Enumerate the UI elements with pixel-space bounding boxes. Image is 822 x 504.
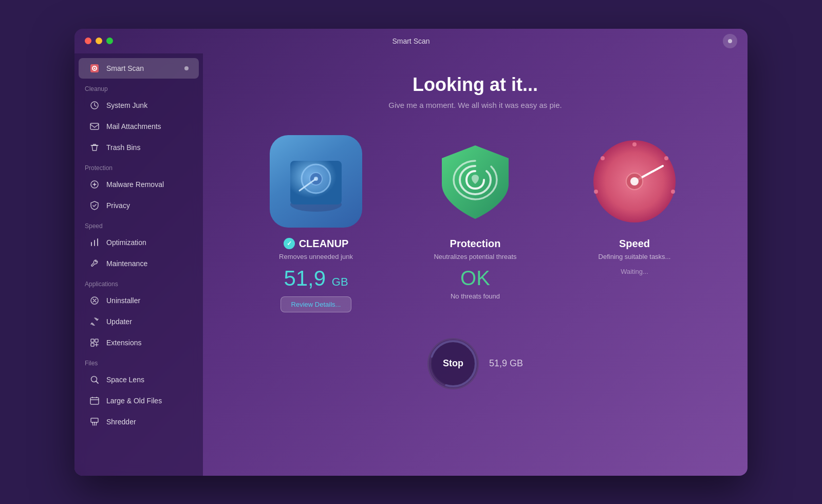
window-title: Smart Scan: [392, 37, 429, 45]
svg-point-32: [630, 177, 639, 185]
smart-scan-icon: [89, 63, 100, 74]
shredder-icon: [89, 416, 100, 427]
malware-removal-icon: [89, 179, 100, 190]
cleanup-section-label: Cleanup: [74, 79, 203, 95]
main-title: Looking at it...: [413, 74, 538, 96]
protection-title: Protection: [450, 238, 501, 250]
close-button[interactable]: [85, 38, 91, 44]
svg-rect-12: [95, 339, 98, 342]
maximize-button[interactable]: [106, 38, 113, 44]
mail-attachments-icon: [89, 121, 100, 132]
protection-ok-value: OK: [460, 268, 490, 288]
cleanup-value: 51,9 GB: [284, 268, 348, 289]
content-area: Smart Scan Cleanup System Junk Mail Atta…: [74, 53, 748, 476]
speed-gauge-icon: [588, 135, 681, 228]
speed-card: Speed Defining suitable tasks... Waiting…: [563, 135, 706, 279]
space-lens-icon: [89, 374, 100, 385]
sidebar-item-maintenance[interactable]: Maintenance: [79, 253, 199, 274]
speed-waiting: Waiting...: [621, 268, 648, 275]
stop-button-label: Stop: [443, 358, 463, 369]
svg-point-25: [632, 142, 637, 146]
sidebar-item-optimization[interactable]: Optimization: [79, 232, 199, 253]
speed-desc: Defining suitable tasks...: [599, 253, 671, 260]
protection-card: Protection Neutralizes potential threats…: [403, 135, 547, 307]
smart-scan-label: Smart Scan: [106, 64, 144, 72]
large-old-files-label: Large & Old Files: [106, 397, 162, 405]
titlebar: Smart Scan: [74, 29, 748, 53]
stop-size-value: 51,9 GB: [489, 358, 523, 369]
svg-point-28: [601, 156, 605, 160]
system-junk-label: System Junk: [106, 101, 147, 109]
cleanup-disk-icon: [280, 145, 352, 217]
maintenance-label: Maintenance: [106, 259, 147, 268]
active-indicator: [184, 66, 189, 70]
cleanup-desc: Removes unneeded junk: [279, 253, 353, 260]
stop-button-wrap[interactable]: Stop: [427, 338, 479, 389]
sidebar-item-space-lens[interactable]: Space Lens: [79, 369, 199, 390]
svg-point-6: [94, 183, 96, 185]
space-lens-label: Space Lens: [106, 376, 144, 384]
svg-point-27: [671, 190, 675, 194]
svg-rect-13: [91, 343, 94, 346]
svg-point-2: [94, 67, 96, 69]
svg-point-26: [664, 156, 668, 160]
sidebar-item-privacy[interactable]: Privacy: [79, 195, 199, 216]
files-section-label: Files: [74, 353, 203, 369]
optimization-label: Optimization: [106, 238, 146, 247]
cleanup-card: ✓ CLEANUP Removes unneeded junk 51,9 GB …: [244, 135, 388, 312]
updater-icon: [89, 316, 100, 327]
privacy-icon: [89, 200, 100, 211]
protection-desc: Neutralizes potential threats: [434, 253, 516, 260]
extensions-icon: [89, 337, 100, 348]
extensions-label: Extensions: [106, 339, 141, 347]
minimize-button[interactable]: [96, 38, 102, 44]
sidebar-item-shredder[interactable]: Shredder: [79, 412, 199, 432]
uninstaller-icon: [89, 295, 100, 306]
sidebar-item-large-old-files[interactable]: Large & Old Files: [79, 390, 199, 411]
sidebar-item-smart-scan[interactable]: Smart Scan: [79, 58, 199, 79]
svg-rect-11: [91, 339, 94, 342]
shredder-label: Shredder: [106, 418, 136, 426]
sidebar-item-updater[interactable]: Updater: [79, 311, 199, 332]
sidebar-item-system-junk[interactable]: System Junk: [79, 95, 199, 116]
trash-bins-icon: [89, 142, 100, 153]
svg-rect-15: [90, 398, 99, 404]
protection-section-label: Protection: [74, 158, 203, 174]
sidebar-item-mail-attachments[interactable]: Mail Attachments: [79, 116, 199, 137]
sidebar-item-malware-removal[interactable]: Malware Removal: [79, 174, 199, 195]
trash-bins-label: Trash Bins: [106, 143, 140, 152]
cleanup-check-icon: ✓: [284, 238, 295, 249]
malware-removal-label: Malware Removal: [106, 180, 164, 189]
cleanup-title: ✓ CLEANUP: [284, 238, 349, 250]
svg-rect-17: [91, 418, 98, 422]
main-content: Looking at it... Give me a moment. We al…: [203, 53, 748, 476]
protection-icon-wrap: [429, 135, 521, 228]
mail-attachments-label: Mail Attachments: [106, 122, 161, 130]
stop-area: Stop 51,9 GB: [427, 338, 523, 389]
privacy-label: Privacy: [106, 201, 130, 210]
maintenance-icon: [89, 258, 100, 269]
system-junk-icon: [89, 100, 100, 111]
uninstaller-label: Uninstaller: [106, 296, 140, 305]
applications-section-label: Applications: [74, 274, 203, 290]
speed-section-label: Speed: [74, 216, 203, 232]
svg-point-29: [594, 190, 598, 194]
protection-no-threats: No threats found: [451, 292, 500, 300]
updater-label: Updater: [106, 318, 132, 326]
optimization-icon: [89, 237, 100, 248]
protection-shield-icon: [432, 138, 519, 225]
sidebar-item-trash-bins[interactable]: Trash Bins: [79, 137, 199, 158]
cards-row: ✓ CLEANUP Removes unneeded junk 51,9 GB …: [244, 135, 706, 312]
speed-title: Speed: [619, 238, 650, 250]
large-old-files-icon: [89, 395, 100, 406]
sidebar-item-extensions[interactable]: Extensions: [79, 332, 199, 353]
stop-circle: Stop: [427, 338, 479, 389]
review-details-button[interactable]: Review Details...: [281, 296, 352, 312]
traffic-lights: [85, 38, 113, 44]
svg-rect-4: [90, 123, 99, 129]
speed-icon-wrap: [588, 135, 681, 228]
sidebar-item-uninstaller[interactable]: Uninstaller: [79, 290, 199, 311]
titlebar-action-button[interactable]: [723, 34, 737, 48]
sidebar: Smart Scan Cleanup System Junk Mail Atta…: [74, 53, 203, 476]
main-subtitle: Give me a moment. We all wish it was eas…: [388, 101, 562, 109]
